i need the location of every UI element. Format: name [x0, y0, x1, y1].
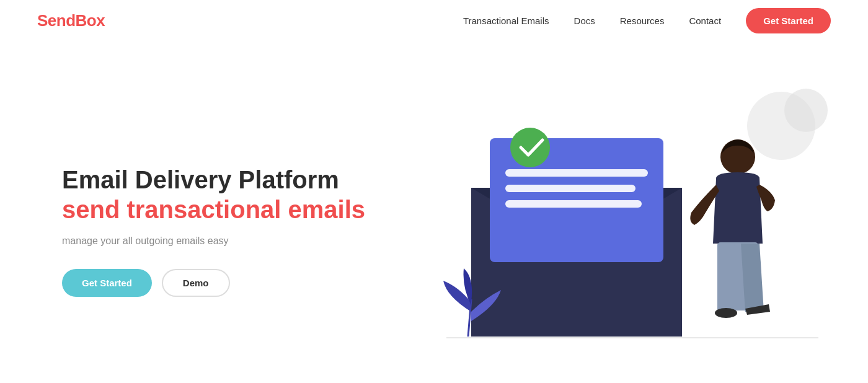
logo-text-red: Box [76, 11, 105, 30]
nav-contact[interactable]: Contact [689, 15, 721, 26]
hero-buttons: Get Started Demo [62, 269, 365, 297]
person-left-shoe [715, 308, 737, 318]
hero-illustration [409, 76, 831, 374]
hero-text: Email Delivery Platform send transaction… [62, 152, 365, 297]
person-left-leg [717, 244, 735, 312]
navbar: SendBox Transactional Emails Docs Resour… [0, 0, 868, 42]
nav-transactional-emails[interactable]: Transactional Emails [463, 15, 549, 26]
check-circle [510, 128, 550, 167]
nav-resources[interactable]: Resources [620, 15, 665, 26]
illustration-svg [409, 76, 831, 374]
hero-subtitle: manage your all outgoing emails easy [62, 236, 365, 247]
hero-title-line2: send transactional emails [62, 195, 365, 224]
letter-line-1 [505, 169, 648, 177]
logo-text-black: Send [37, 11, 76, 30]
hero-title-line1: Email Delivery Platform [62, 166, 339, 193]
letter-line-3 [505, 200, 642, 208]
letter-line-2 [505, 185, 636, 192]
hero-demo-button[interactable]: Demo [162, 269, 230, 297]
hero-get-started-button[interactable]: Get Started [62, 269, 152, 297]
hero-title: Email Delivery Platform send transaction… [62, 165, 365, 224]
nav-get-started-button[interactable]: Get Started [746, 8, 831, 33]
person-body [713, 172, 763, 244]
nav-docs[interactable]: Docs [574, 15, 595, 26]
hero-section: Email Delivery Platform send transaction… [0, 42, 868, 383]
deco-circle-small [784, 89, 828, 132]
logo: SendBox [37, 11, 105, 30]
nav-links: Transactional Emails Docs Resources Cont… [463, 8, 831, 33]
